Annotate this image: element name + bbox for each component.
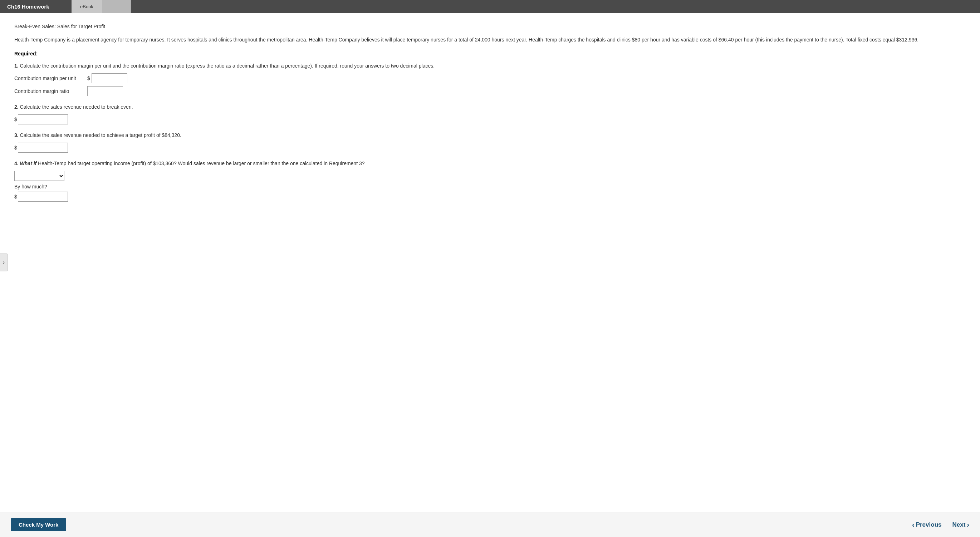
nav-buttons: ‹ Previous Next ›	[912, 521, 969, 529]
cm-ratio-label: Contribution margin ratio	[14, 88, 86, 94]
break-even-input[interactable]	[18, 114, 68, 124]
target-profit-input[interactable]	[18, 143, 68, 153]
header: Ch16 Homework eBook	[0, 0, 980, 13]
app-title: Ch16 Homework	[0, 0, 72, 13]
app-container: Ch16 Homework eBook › Break-Even Sales: …	[0, 0, 980, 537]
question-1: 1. Calculate the contribution margin per…	[14, 62, 966, 96]
question-1-body: Calculate the contribution margin per un…	[20, 63, 435, 68]
question-2: 2. Calculate the sales revenue needed to…	[14, 103, 966, 124]
question-2-body: Calculate the sales revenue needed to br…	[20, 104, 133, 110]
cm-per-unit-row: Contribution margin per unit $	[14, 73, 966, 83]
next-button[interactable]: Next ›	[952, 521, 969, 529]
cm-per-unit-dollar: $	[87, 75, 90, 81]
contribution-margin-per-unit-input[interactable]	[92, 73, 127, 83]
question-4-text: 4. What if Health-Temp had target operat…	[14, 160, 966, 167]
target-profit-row: $	[14, 143, 966, 153]
chevron-left-icon: ‹	[912, 521, 915, 529]
required-label: Required:	[14, 51, 966, 57]
question-3-body: Calculate the sales revenue needed to ac…	[20, 132, 181, 138]
chevron-right-icon: ›	[3, 259, 5, 265]
previous-label: Previous	[916, 521, 942, 528]
by-how-much-input[interactable]	[18, 192, 68, 202]
question-3-text: 3. Calculate the sales revenue needed to…	[14, 132, 966, 139]
larger-smaller-row: Larger Smaller	[14, 171, 966, 181]
target-profit-dollar: $	[14, 145, 17, 151]
page-subtitle: Break-Even Sales: Sales for Target Profi…	[14, 24, 966, 29]
question-4-number: 4.	[14, 160, 19, 166]
sidebar-toggle-button[interactable]: ›	[0, 254, 8, 272]
question-4-what-if-label: What if Health-Temp had target operating…	[20, 160, 365, 166]
by-how-much-label: By how much?	[14, 184, 966, 189]
tab-ebook[interactable]: eBook	[72, 0, 102, 13]
check-my-work-button[interactable]: Check My Work	[11, 518, 66, 531]
chevron-right-icon: ›	[967, 521, 969, 529]
question-4: 4. What if Health-Temp had target operat…	[14, 160, 966, 202]
next-label: Next	[952, 521, 965, 528]
question-2-number: 2.	[14, 104, 19, 110]
question-1-text: 1. Calculate the contribution margin per…	[14, 62, 966, 70]
problem-text: Health-Temp Company is a placement agenc…	[14, 36, 966, 44]
by-how-much-row: $	[14, 192, 966, 202]
break-even-row: $	[14, 114, 966, 124]
question-3-number: 3.	[14, 132, 19, 138]
tab-empty[interactable]	[102, 0, 131, 13]
main-content: › Break-Even Sales: Sales for Target Pro…	[0, 13, 980, 512]
question-1-number: 1.	[14, 63, 19, 68]
previous-button[interactable]: ‹ Previous	[912, 521, 941, 529]
footer: Check My Work ‹ Previous Next ›	[0, 512, 980, 537]
cm-per-unit-label: Contribution margin per unit	[14, 75, 86, 81]
break-even-dollar: $	[14, 116, 17, 122]
larger-smaller-select[interactable]: Larger Smaller	[14, 171, 64, 181]
by-how-much-dollar: $	[14, 194, 17, 200]
contribution-margin-ratio-input[interactable]	[87, 86, 123, 96]
cm-ratio-row: Contribution margin ratio	[14, 86, 966, 96]
question-2-text: 2. Calculate the sales revenue needed to…	[14, 103, 966, 111]
question-3: 3. Calculate the sales revenue needed to…	[14, 132, 966, 153]
